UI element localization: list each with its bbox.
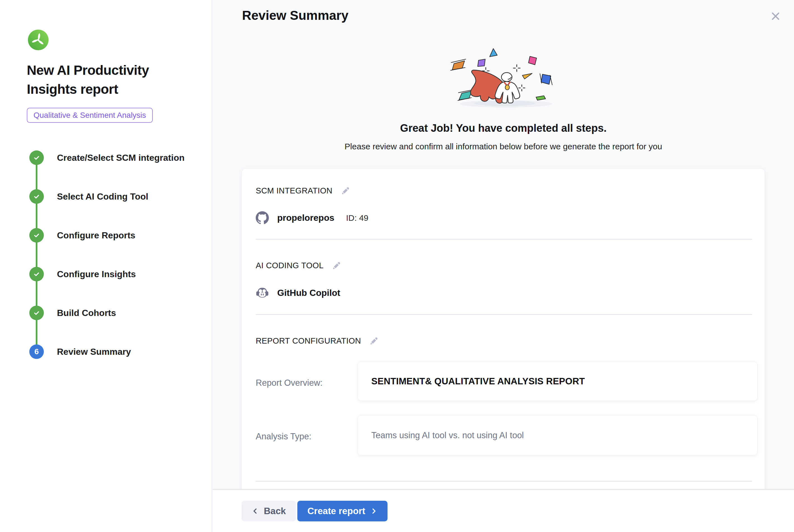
new-report-wizard: New AI Productivity Insights report Qual… bbox=[0, 0, 794, 532]
divider bbox=[256, 481, 752, 481]
chevron-right-icon bbox=[370, 508, 377, 515]
analysis-type-value-box: Teams using AI tool vs. not using AI too… bbox=[358, 415, 757, 455]
step-done-check-icon bbox=[29, 150, 44, 165]
step-label: Select AI Coding Tool bbox=[57, 191, 148, 202]
step-scm-integration[interactable]: Create/Select SCM integration bbox=[29, 150, 185, 165]
ai-coding-tool-row: GitHub Copilot bbox=[256, 286, 340, 300]
congrats-subtext: Please review and confirm all informatio… bbox=[213, 142, 794, 151]
step-label: Configure Reports bbox=[57, 230, 135, 241]
edit-pencil-icon[interactable] bbox=[332, 261, 341, 270]
step-build-cohorts[interactable]: Build Cohorts bbox=[29, 306, 116, 320]
analysis-type-value: Teams using AI tool vs. not using AI too… bbox=[371, 431, 524, 440]
summary-card: SCM INTEGRATION propelorepos ID: 49 bbox=[242, 168, 765, 500]
celebration-illustration bbox=[438, 41, 569, 113]
step-number: 6 bbox=[34, 347, 39, 356]
step-label: Configure Insights bbox=[57, 269, 136, 279]
scm-integration-row: propelorepos ID: 49 bbox=[256, 211, 368, 224]
close-icon[interactable] bbox=[770, 10, 782, 22]
step-done-check-icon bbox=[29, 189, 44, 204]
report-overview-value-box: SENTIMENT& QUALITATIVE ANALYSIS REPORT bbox=[358, 362, 757, 401]
report-title: New AI Productivity Insights report bbox=[27, 61, 183, 99]
chevron-left-icon bbox=[251, 508, 259, 515]
ai-coding-tool-label: AI CODING TOOL bbox=[256, 261, 324, 270]
back-button[interactable]: Back bbox=[242, 501, 296, 521]
edit-pencil-icon[interactable] bbox=[341, 186, 351, 195]
report-configuration-section-header: REPORT CONFIGURATION bbox=[256, 336, 379, 345]
divider bbox=[256, 239, 752, 240]
back-button-label: Back bbox=[264, 506, 286, 516]
create-report-button-label: Create report bbox=[307, 506, 365, 516]
stepper-connector bbox=[36, 158, 37, 352]
report-configuration-label: REPORT CONFIGURATION bbox=[256, 336, 361, 345]
scm-integration-label: SCM INTEGRATION bbox=[256, 186, 333, 195]
scm-integration-id: ID: 49 bbox=[346, 213, 368, 223]
analysis-type-label: Analysis Type: bbox=[256, 432, 311, 441]
ai-coding-tool-name: GitHub Copilot bbox=[277, 288, 340, 298]
github-icon bbox=[256, 211, 269, 224]
propeller-logo-icon bbox=[28, 30, 49, 50]
step-done-check-icon bbox=[29, 267, 44, 281]
divider bbox=[256, 314, 752, 315]
wizard-sidebar: New AI Productivity Insights report Qual… bbox=[0, 0, 212, 532]
scm-integration-name: propelorepos bbox=[277, 213, 334, 223]
edit-pencil-icon[interactable] bbox=[370, 336, 379, 345]
step-ai-coding-tool[interactable]: Select AI Coding Tool bbox=[29, 189, 148, 204]
report-type-badge: Qualitative & Sentiment Analysis bbox=[27, 108, 153, 123]
congrats-heading: Great Job! You have completed all steps. bbox=[213, 122, 794, 134]
step-number-badge: 6 bbox=[29, 344, 44, 359]
step-label: Review Summary bbox=[57, 347, 131, 357]
step-label: Build Cohorts bbox=[57, 308, 116, 318]
step-label: Create/Select SCM integration bbox=[57, 153, 185, 163]
wizard-footer: Back Create report bbox=[213, 489, 794, 532]
review-summary-panel: Review Summary bbox=[213, 0, 794, 532]
scm-integration-section-header: SCM INTEGRATION bbox=[256, 186, 351, 195]
create-report-button[interactable]: Create report bbox=[297, 501, 387, 521]
ai-coding-tool-section-header: AI CODING TOOL bbox=[256, 261, 341, 270]
page-title: Review Summary bbox=[242, 8, 348, 23]
step-done-check-icon bbox=[29, 306, 44, 320]
report-overview-label: Report Overview: bbox=[256, 378, 322, 388]
report-overview-value: SENTIMENT& QUALITATIVE ANALYSIS REPORT bbox=[371, 376, 585, 386]
github-copilot-icon bbox=[256, 286, 269, 300]
step-configure-insights[interactable]: Configure Insights bbox=[29, 267, 136, 281]
step-done-check-icon bbox=[29, 228, 44, 243]
step-review-summary[interactable]: 6 Review Summary bbox=[29, 344, 131, 359]
step-configure-reports[interactable]: Configure Reports bbox=[29, 228, 135, 243]
